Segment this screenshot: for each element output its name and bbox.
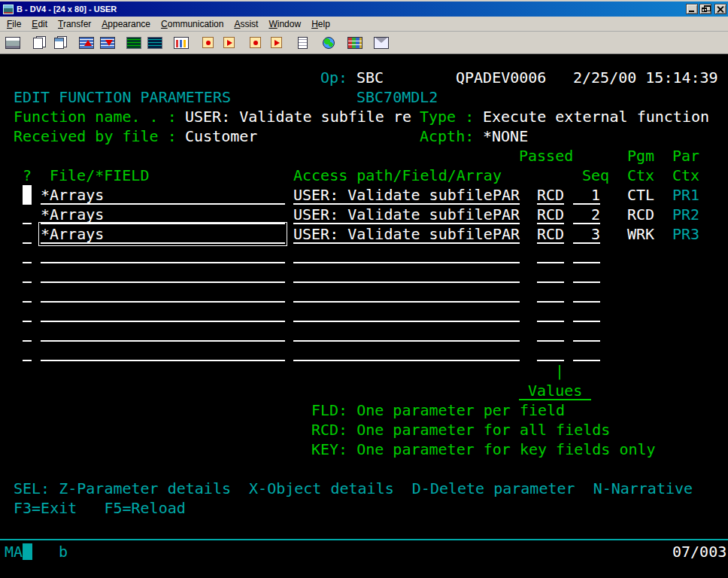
seq-field-row3[interactable]: 3 xyxy=(573,224,600,244)
access-field-row8[interactable] xyxy=(293,322,520,342)
seq-field-row9[interactable] xyxy=(573,342,600,361)
seq-field-row2[interactable]: 2 xyxy=(573,205,600,224)
acpth-label: Acpth: xyxy=(420,126,474,146)
passed-field-row7[interactable] xyxy=(537,303,564,322)
legend-fld: FLD: One parameter per field xyxy=(311,400,565,420)
device-name: QPADEV0006 xyxy=(456,68,546,87)
sel-field-row6[interactable] xyxy=(23,283,32,303)
seq-field-row7[interactable] xyxy=(573,303,600,322)
receive-file-button[interactable] xyxy=(98,33,117,53)
access-field-row2[interactable]: USER: Validate subfilePAR xyxy=(293,205,520,224)
legend-rcd: RCD: One parameter for all fields xyxy=(311,420,610,440)
minimize-icon xyxy=(689,11,694,12)
sel-field-row4[interactable] xyxy=(23,244,32,263)
close-icon xyxy=(717,6,723,13)
type-label: Type : xyxy=(420,107,474,126)
close-button[interactable] xyxy=(714,4,726,14)
paste-button[interactable] xyxy=(50,33,70,53)
menu-item-file[interactable]: File xyxy=(2,17,26,31)
access-field-row4[interactable] xyxy=(293,244,520,263)
file-field-row2[interactable]: *Arrays xyxy=(41,205,285,224)
access-field-row9[interactable] xyxy=(293,342,520,361)
file-field-row4[interactable] xyxy=(41,244,285,263)
app-window: B - DV4 - [24 x 80] - USER FileEditTrans… xyxy=(0,0,728,578)
file-field-row8[interactable] xyxy=(41,322,285,342)
access-field-row1[interactable]: USER: Validate subfilePAR xyxy=(293,185,520,205)
seq-field-row6[interactable] xyxy=(573,283,600,303)
sel-field-row5[interactable] xyxy=(23,263,32,283)
display-session-button[interactable] xyxy=(124,33,144,53)
pgm-ctx-header: Ctx xyxy=(627,166,654,185)
passed-field-row3[interactable]: RCD xyxy=(537,224,564,244)
pgm-ctx-row1: CTL xyxy=(627,185,654,205)
keypad-button[interactable] xyxy=(345,33,365,53)
seq-field-row8[interactable] xyxy=(573,322,600,342)
sel-field-row1-cursor[interactable] xyxy=(23,185,32,205)
par-ctx-header: Ctx xyxy=(672,166,699,185)
access-field-row7[interactable] xyxy=(293,303,520,322)
sel-field-row8[interactable] xyxy=(23,322,32,342)
menu-item-communication[interactable]: Communication xyxy=(156,17,229,31)
sel-field-row2[interactable] xyxy=(23,205,32,224)
minimize-button[interactable] xyxy=(686,4,698,14)
menu-item-window[interactable]: Window xyxy=(263,17,306,31)
send-file-button[interactable] xyxy=(77,33,96,53)
menu-item-assist[interactable]: Assist xyxy=(229,17,263,31)
restore-button[interactable] xyxy=(699,4,711,14)
seq-header: Seq xyxy=(582,166,609,185)
record-macro-button[interactable] xyxy=(198,33,217,53)
app-icon xyxy=(3,5,14,14)
par-ctx-row3: PR3 xyxy=(672,224,699,244)
web-browser-button[interactable] xyxy=(319,33,338,53)
quick-play-button[interactable] xyxy=(266,33,286,53)
passed-field-row2[interactable]: RCD xyxy=(537,205,564,224)
sel-field-row9[interactable] xyxy=(23,342,32,361)
menu-item-transfer[interactable]: Transfer xyxy=(53,17,96,31)
type-value: Execute external function xyxy=(483,107,709,126)
access-field-row3[interactable]: USER: Validate subfilePAR xyxy=(293,224,520,244)
passed-field-row9[interactable] xyxy=(537,342,564,361)
access-field-row6[interactable] xyxy=(293,283,520,303)
passed-field-row1[interactable]: RCD xyxy=(537,185,564,205)
access-path-header: Access path/Field/Array xyxy=(293,166,502,185)
print-button[interactable] xyxy=(3,33,23,53)
passed-field-row8[interactable] xyxy=(537,322,564,342)
file-field-row7[interactable] xyxy=(41,303,285,322)
menu-item-help[interactable]: Help xyxy=(306,17,335,31)
acpth-value: *NONE xyxy=(483,126,528,146)
file-field-row1[interactable]: *Arrays xyxy=(41,185,285,205)
access-field-row5[interactable] xyxy=(293,263,520,283)
copy-button[interactable] xyxy=(29,33,49,53)
message-button[interactable] xyxy=(372,33,391,53)
file-field-row9[interactable] xyxy=(41,342,285,361)
passed-field-row4[interactable] xyxy=(537,244,564,263)
menu-item-edit[interactable]: Edit xyxy=(26,17,53,31)
op-label: Op: xyxy=(320,68,347,87)
terminal-screen[interactable]: MA b 07/003 Op:SBCQPADEV00062/25/00 15:1… xyxy=(0,54,728,578)
file-field-row6[interactable] xyxy=(41,283,285,303)
graph-button[interactable] xyxy=(171,33,191,53)
restore-icon xyxy=(702,8,707,12)
clipboard-button[interactable] xyxy=(293,33,312,53)
passed-field-row6[interactable] xyxy=(537,283,564,303)
sel-field-row3[interactable] xyxy=(23,224,32,244)
oia-block-icon xyxy=(23,543,32,560)
seq-field-row5[interactable] xyxy=(573,263,600,283)
file-field-row3[interactable]: *Arrays xyxy=(41,224,285,244)
oia-shift-indicator: b xyxy=(59,542,68,561)
oia-bar: MA b 07/003 xyxy=(0,542,728,561)
quick-record-button[interactable] xyxy=(245,33,265,53)
new-session-button[interactable] xyxy=(145,33,165,53)
seq-field-row1[interactable]: 1 xyxy=(573,185,600,205)
titlebar[interactable]: B - DV4 - [24 x 80] - USER xyxy=(0,2,728,17)
play-macro-button[interactable] xyxy=(219,33,238,53)
file-field-row5[interactable] xyxy=(41,263,285,283)
function-keys: F3=Exit F5=Reload xyxy=(14,498,186,518)
sel-field-row7[interactable] xyxy=(23,303,32,322)
copy-icon xyxy=(33,38,43,49)
pgm-header: Pgm xyxy=(627,146,654,166)
record-macro-icon xyxy=(202,37,214,48)
passed-field-row5[interactable] xyxy=(537,263,564,283)
seq-field-row4[interactable] xyxy=(573,244,600,263)
menu-item-appearance[interactable]: Appearance xyxy=(96,17,156,31)
